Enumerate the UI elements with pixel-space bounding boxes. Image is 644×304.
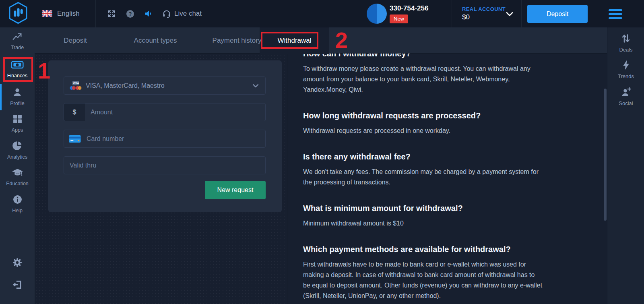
lightning-bolt-icon bbox=[622, 60, 630, 72]
withdrawal-faq: How can I withdraw money? To withdraw mo… bbox=[303, 54, 589, 301]
faq-question: Is there any withdrawal fee? bbox=[303, 152, 589, 161]
tab-deposit[interactable]: Deposit bbox=[42, 27, 109, 54]
account-balance: $0 bbox=[462, 13, 470, 21]
amount-field: $ bbox=[64, 103, 266, 121]
headset-icon[interactable] bbox=[162, 9, 171, 18]
banknote-icon bbox=[11, 60, 24, 71]
sidebar-item-label: Deals bbox=[619, 47, 632, 53]
account-id: 330-754-256 bbox=[390, 4, 428, 12]
vertical-scrollbar[interactable] bbox=[604, 89, 607, 221]
sidebar-item-label: Trends bbox=[618, 73, 634, 79]
sidebar-item-label: Help bbox=[12, 208, 23, 213]
sidebar-item-profile[interactable]: Profile bbox=[0, 87, 35, 112]
payment-method-value: VISA, MasterCard, Maestro bbox=[86, 82, 252, 89]
faq-question: How can I withdraw money? bbox=[303, 54, 589, 58]
avatar[interactable] bbox=[367, 4, 387, 24]
payment-method-select[interactable]: VISA VISA, MasterCard, Maestro bbox=[64, 77, 266, 95]
amount-input[interactable] bbox=[85, 103, 265, 121]
sidebar-item-label: Apps bbox=[12, 127, 23, 133]
pie-chart-icon bbox=[12, 141, 23, 153]
gear-icon bbox=[12, 257, 23, 270]
sidebar-item-deals[interactable]: Deals bbox=[607, 33, 644, 53]
svg-text:VISA: VISA bbox=[73, 82, 79, 85]
faq-question: Which payment methods are available for … bbox=[303, 245, 589, 254]
platform-logo[interactable] bbox=[7, 2, 29, 25]
swap-arrows-icon bbox=[621, 33, 631, 45]
app-window: English ? bbox=[0, 0, 644, 304]
logout-button[interactable] bbox=[0, 279, 35, 292]
tab-account-types[interactable]: Account types bbox=[115, 27, 196, 54]
bar-chart-hexagon-logo-icon bbox=[8, 2, 29, 26]
currency-prefix: $ bbox=[64, 103, 85, 121]
withdrawal-page-content: VISA VISA, MasterCard, Maestro $ bbox=[35, 54, 607, 304]
sidebar-item-social[interactable]: Social bbox=[607, 87, 644, 106]
sidebar-item-analytics[interactable]: Analytics bbox=[0, 141, 35, 165]
help-icon[interactable]: ? bbox=[126, 9, 134, 18]
tab-withdrawal[interactable]: Withdrawal bbox=[260, 27, 329, 54]
column-divider bbox=[287, 54, 287, 304]
header-divider bbox=[521, 0, 522, 27]
valid-thru-field bbox=[64, 156, 266, 174]
sidebar-item-label: Trade bbox=[11, 45, 24, 50]
chevron-down-icon bbox=[252, 84, 259, 88]
logout-icon bbox=[12, 279, 23, 292]
settings-button[interactable] bbox=[0, 257, 35, 270]
uk-flag-icon bbox=[42, 10, 52, 17]
sidebar-item-finances[interactable]: Finances bbox=[0, 60, 35, 85]
sidebar-item-label: Profile bbox=[10, 101, 24, 106]
sidebar-item-label: Social bbox=[619, 100, 633, 106]
finance-tabbar: Deposit Account types Payment history Wi… bbox=[35, 27, 607, 54]
faq-question: How long withdrawal requests are process… bbox=[303, 111, 589, 120]
status-badge-new: New bbox=[390, 14, 408, 23]
hamburger-menu-icon[interactable] bbox=[609, 9, 622, 19]
card-brands-icon: VISA bbox=[69, 80, 83, 91]
language-selector[interactable]: English bbox=[57, 10, 80, 18]
info-circle-icon bbox=[12, 194, 23, 206]
live-chat-button[interactable]: Live chat bbox=[174, 10, 202, 18]
fullscreen-icon[interactable] bbox=[107, 9, 116, 18]
faq-answer: Withdrawal requests are processed in one… bbox=[303, 126, 589, 136]
faq-answer: First withdrawals have to be made to ban… bbox=[303, 259, 589, 301]
credit-card-icon bbox=[69, 135, 81, 143]
sound-icon[interactable] bbox=[144, 9, 153, 18]
sidebar-item-trends[interactable]: Trends bbox=[607, 60, 644, 79]
sidebar-item-label: Analytics bbox=[7, 154, 27, 160]
person-plus-icon bbox=[621, 87, 632, 99]
sidebar-item-education[interactable]: Education bbox=[0, 168, 35, 192]
sidebar-item-help[interactable]: Help bbox=[0, 194, 35, 219]
right-sidebar: Deals Trends Social bbox=[607, 27, 644, 304]
withdrawal-form-panel: VISA VISA, MasterCard, Maestro $ bbox=[48, 60, 282, 212]
person-icon bbox=[12, 87, 23, 99]
sidebar-item-trade[interactable]: Trade bbox=[0, 32, 35, 57]
svg-text:?: ? bbox=[128, 11, 132, 17]
sidebar-item-apps[interactable]: Apps bbox=[0, 114, 35, 139]
deposit-button[interactable]: Deposit bbox=[527, 5, 588, 23]
sidebar-item-label: Finances bbox=[7, 73, 28, 79]
new-request-button[interactable]: New request bbox=[205, 181, 266, 199]
header-bar: English ? bbox=[0, 0, 644, 27]
header-divider bbox=[95, 0, 96, 27]
faq-answer: To withdraw money please create a withdr… bbox=[303, 64, 589, 95]
valid-thru-input[interactable] bbox=[64, 157, 265, 174]
faq-answer: Minimum withdrawal amount is $10 bbox=[303, 218, 589, 229]
sidebar-item-label: Education bbox=[6, 181, 29, 186]
graduation-cap-icon bbox=[12, 168, 23, 179]
header-divider bbox=[452, 0, 452, 27]
account-type-label: REAL ACCOUNT bbox=[462, 6, 506, 12]
left-sidebar: Trade Finances Profile bbox=[0, 27, 35, 304]
grid-squares-icon bbox=[12, 114, 23, 126]
trend-arrow-icon bbox=[12, 32, 23, 43]
card-number-input[interactable] bbox=[87, 130, 265, 147]
chevron-down-icon bbox=[506, 11, 514, 19]
card-number-field bbox=[64, 130, 266, 148]
faq-question: What is minimum amount for withdrawal? bbox=[303, 204, 589, 213]
faq-answer: We don't take any fees. The commission m… bbox=[303, 167, 589, 188]
